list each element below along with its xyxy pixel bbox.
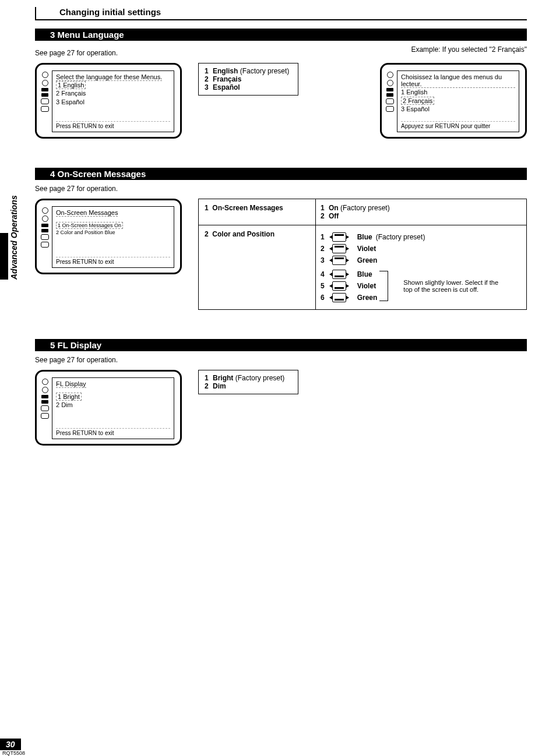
tv-heading: Choisissez la langue des menus du lecteu… [401,73,515,88]
cp-side-note: Shown slightly lower. Select if the top … [403,279,508,293]
tv-list-item: 2 Color and Position Blue [56,229,170,236]
tv-list-item: 1 On-Screen Messages On [56,222,123,229]
opt-label: Français [213,75,241,83]
tv-list-item: 1 Bright [56,393,82,401]
tv-screen-illustration: Select the language for these Menus. 1 E… [35,63,182,139]
row-num: 2 [205,230,209,238]
manual-page: Changing initial settings 3 Menu Languag… [0,0,556,498]
opt-label: Bright [213,374,233,382]
cp-num: 4 [321,270,329,278]
opt-num: 2 [321,212,329,220]
opt-num: 3 [205,83,213,91]
tv-side-icons [40,206,50,268]
cp-note-inline: (Factory preset) [376,233,425,241]
opt-num: 2 [205,382,213,390]
section-bar-5: 5 FL Display [35,339,527,351]
see-page-text: See page 27 for operation. [35,356,527,364]
osm-options-table: 1 On-Screen Messages 1On (Factory preset… [198,199,527,310]
cp-num: 2 [321,245,329,253]
position-icon-bottom [332,293,346,302]
opt-num: 1 [321,204,329,212]
tv-footer: Appuyez sur RETURN pour quitter [401,121,515,129]
page-title: Changing initial settings [59,7,527,17]
opt-num: 1 [205,67,213,75]
tv-side-icons [40,70,50,132]
section-bar-3: 3 Menu Language [35,29,527,41]
cp-num: 5 [321,282,329,290]
position-icon-top [332,244,346,253]
section-fl-display: 5 FL Display See page 27 for operation. … [35,339,527,446]
tv-list-item: 2 Français [401,97,434,105]
section-menu-language: 3 Menu Language See page 27 for operatio… [35,29,527,139]
opt-label: On [329,204,339,212]
opt-label: English [213,67,238,75]
page-title-bar: Changing initial settings [35,7,527,20]
tv-list-item: 3 Español [56,98,170,107]
cp-label: Violet [357,282,376,290]
tv-heading: Select the language for these Menus. [56,73,162,81]
table-row: 1 On-Screen Messages 1On (Factory preset… [199,199,526,225]
opt-note: (Factory preset) [238,67,289,75]
row-num: 1 [205,204,209,212]
document-code: RQT5508 [2,750,25,756]
cp-label: Blue [357,270,372,278]
cp-label: Violet [357,245,376,253]
position-icon-top [332,232,346,242]
tv-side-icons [385,70,395,132]
tv-side-icons [40,377,50,439]
tv-list-item: 1 English [401,88,515,97]
position-icon-top [332,256,346,265]
cp-label: Green [357,294,378,302]
cp-num: 6 [321,294,329,302]
see-page-text: See page 27 for operation. [35,185,527,193]
fl-display-options-box: 1Bright (Factory preset) 2Dim [198,370,298,394]
tv-list-item: 1 English [56,81,86,89]
cp-label: Blue [357,233,372,241]
section-bar-4: 4 On-Screen Messages [35,168,527,180]
opt-label: Español [213,83,240,91]
tv-footer: Press RETURN to exit [56,121,170,129]
opt-label: Dim [213,382,226,390]
tv-list-item: 2 Dim [56,401,170,409]
language-options-box: 1English (Factory preset) 2Français 3Esp… [198,63,298,96]
cp-label: Green [357,256,378,264]
tv-heading: FL Display [56,380,86,388]
opt-num: 1 [205,374,213,382]
tv-screen-illustration-fr: Choisissez la langue des menus du lecteu… [380,63,527,139]
row-label: On-Screen Messages [212,204,283,212]
cp-num: 3 [321,256,329,264]
tv-list-item: 2 Français [56,89,170,98]
tv-heading: On-Screen Messages [56,209,118,217]
opt-num: 2 [205,75,213,83]
cp-num: 1 [321,233,329,241]
table-row: 2 Color and Position 1 Blue (Factory pre… [199,225,526,309]
example-text: Example: If you selected "2 Français" [411,45,527,58]
tv-screen-illustration: On-Screen Messages 1 On-Screen Messages … [35,199,182,274]
tv-footer: Press RETURN to exit [56,257,170,265]
position-icon-bottom [332,281,346,291]
section-on-screen-messages: 4 On-Screen Messages See page 27 for ope… [35,168,527,310]
opt-note: (Factory preset) [233,374,284,382]
tv-footer: Press RETURN to exit [56,428,170,436]
bracket-icon [379,271,388,301]
position-icon-bottom [332,270,346,279]
tv-screen-illustration: FL Display 1 Bright 2 Dim Press RETURN t… [35,370,182,446]
row-label: Color and Position [212,230,275,238]
page-number: 30 [0,739,21,750]
see-page-text: See page 27 for operation. [35,49,118,57]
opt-note: (Factory preset) [339,204,390,212]
tv-list-item: 3 Español [401,105,515,114]
opt-label: Off [329,212,339,220]
